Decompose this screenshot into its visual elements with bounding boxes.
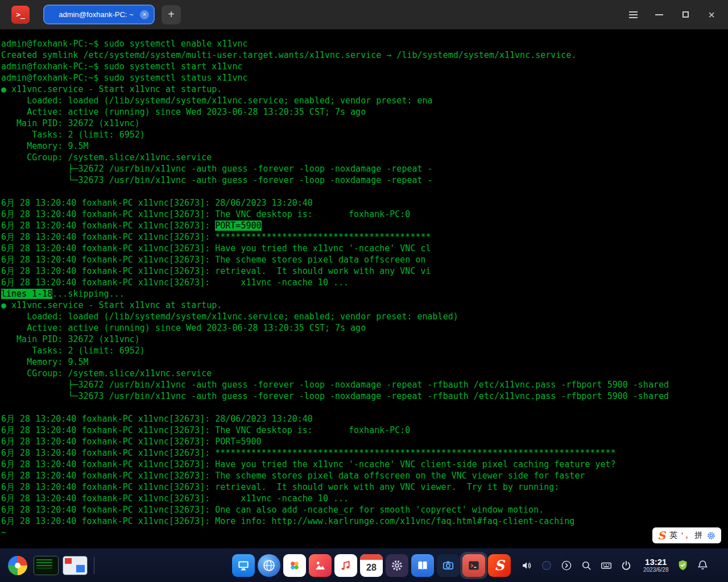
close-button[interactable]: ×: [700, 3, 723, 27]
tray-item-virtual-keyboard[interactable]: [599, 559, 613, 572]
terminal-line: ~: [1, 527, 728, 538]
window-preview-app[interactable]: [63, 556, 88, 575]
terminal-titlebar: >_ admin@foxhank-PC: ~ × + ×: [0, 0, 728, 30]
terminal-line: admin@foxhank-PC:~$ sudo systemctl enabl…: [1, 38, 728, 49]
taskbar-clock[interactable]: 13:21 2023/6/28: [643, 557, 669, 573]
ime-punctuation[interactable]: '，: [681, 530, 690, 541]
dock-item-manual[interactable]: [411, 554, 434, 577]
dock-item-photos[interactable]: [309, 554, 332, 577]
status-item-security-center[interactable]: [676, 558, 690, 573]
calendar-header: [360, 554, 383, 560]
terminal-line: 6月 28 13:20:40 foxhank-PC x11vnc[32673]:…: [1, 470, 728, 481]
terminal-line: Memory: 9.5M: [1, 140, 728, 152]
clock-time: 13:21: [643, 557, 669, 567]
ime-mode-pinyin[interactable]: 拼: [694, 530, 702, 541]
terminal-line: 6月 28 13:20:40 foxhank-PC x11vnc[32673]:…: [1, 209, 728, 220]
terminal-line: 6月 28 13:20:40 foxhank-PC x11vnc[32673]:…: [1, 413, 728, 425]
terminal-line: 6月 28 13:20:40 foxhank-PC x11vnc[32673]:…: [1, 459, 728, 470]
taskbar: 28S 13:21 2023/6/28: [0, 548, 728, 582]
tab-title: admin@foxhank-PC: ~: [57, 10, 135, 19]
sogou-logo-icon[interactable]: S: [657, 529, 665, 542]
ime-settings-gear-icon[interactable]: [706, 531, 716, 541]
terminal-line: ├─32672 /usr/bin/x11vnc -auth guess -for…: [1, 163, 728, 174]
dock-item-control-center[interactable]: [386, 554, 408, 577]
tab-close-icon[interactable]: ×: [140, 10, 149, 19]
music-icon: [338, 558, 353, 573]
status-item-notifications[interactable]: [696, 558, 710, 573]
desktop: >_ admin@foxhank-PC: ~ × + × admin@foxha…: [0, 0, 728, 582]
browser-icon: [262, 558, 276, 573]
terminal-line: ● x11vnc.service - Start x11vnc at start…: [1, 300, 728, 311]
dark-mode-icon: [540, 559, 553, 572]
terminal-tab[interactable]: admin@foxhank-PC: ~ ×: [43, 5, 155, 24]
new-tab-button[interactable]: +: [162, 5, 181, 24]
ime-mode-english[interactable]: 英: [669, 530, 677, 541]
volume-icon: [520, 559, 533, 572]
tray-item-shutdown[interactable]: [619, 559, 633, 572]
file-manager-icon: [236, 558, 251, 573]
taskbar-status: [676, 558, 710, 573]
taskbar-left: [0, 554, 97, 577]
highlighted-text: lines 1-18: [1, 289, 52, 299]
terminal-line: CGroup: /system.slice/x11vnc.service: [1, 152, 728, 163]
minimize-icon: [655, 14, 663, 15]
dock-item-browser[interactable]: [258, 554, 280, 577]
terminal-line: [1, 402, 728, 413]
notifications-icon: [696, 559, 709, 572]
calendar-day: 28: [366, 563, 377, 573]
launcher-button[interactable]: [6, 554, 30, 577]
dock-item-terminal[interactable]: [462, 554, 485, 577]
dock-item-music[interactable]: [334, 554, 357, 577]
photos-icon: [313, 558, 328, 573]
tray-item-volume[interactable]: [520, 559, 533, 572]
terminal-line: 6月 28 13:20:40 foxhank-PC x11vnc[32673]:…: [1, 265, 728, 277]
taskbar-dock: 28S: [232, 554, 511, 577]
terminal-line: Active: active (running) since Wed 2023-…: [1, 106, 728, 118]
terminal-line: Active: active (running) since Wed 2023-…: [1, 322, 728, 334]
terminal-line: 6月 28 13:20:40 foxhank-PC x11vnc[32673]:…: [1, 254, 728, 265]
tray-item-search[interactable]: [580, 559, 593, 572]
app-store-icon: [287, 558, 302, 573]
terminal-line: 6月 28 13:20:40 foxhank-PC x11vnc[32673]:…: [1, 436, 728, 447]
dock-item-sogou-input[interactable]: S: [488, 554, 511, 577]
manual-icon: [415, 558, 430, 573]
terminal-line: 6月 28 13:20:40 foxhank-PC x11vnc[32673]:…: [1, 231, 728, 243]
dock-item-file-manager[interactable]: [232, 554, 255, 577]
terminal-line: CGroup: /system.slice/x11vnc.service: [1, 368, 728, 379]
dock-item-screenshot-tool[interactable]: [437, 554, 460, 577]
tray-item-expand-tray[interactable]: [560, 559, 573, 572]
hamburger-icon: [629, 11, 638, 18]
input-method-bar[interactable]: S 英 '， 拼: [652, 527, 721, 543]
terminal-line: 6月 28 13:20:40 foxhank-PC x11vnc[32673]:…: [1, 504, 728, 516]
terminal-line: Tasks: 2 (limit: 6952): [1, 345, 728, 356]
terminal-icon: [466, 558, 481, 573]
terminal-line: ├─32672 /usr/bin/x11vnc -auth guess -for…: [1, 379, 728, 390]
dock-item-app-store[interactable]: [283, 554, 306, 577]
terminal-line: 6月 28 13:20:40 foxhank-PC x11vnc[32673]:…: [1, 197, 728, 209]
control-center-icon: [390, 558, 404, 573]
terminal-line: └─32673 /usr/bin/x11vnc -auth guess -for…: [1, 174, 728, 186]
terminal-app-icon: >_: [11, 6, 30, 24]
maximize-button[interactable]: [673, 3, 697, 27]
close-icon: ×: [708, 9, 715, 20]
shutdown-icon: [620, 559, 632, 572]
terminal-line: Main PID: 32672 (x11vnc): [1, 118, 728, 129]
terminal-line: 6月 28 13:20:40 foxhank-PC x11vnc[32673]:…: [1, 481, 728, 493]
tray-item-dark-mode[interactable]: [540, 559, 553, 572]
highlighted-text: PORT=5900: [215, 221, 261, 231]
dock-item-calendar[interactable]: 28: [360, 554, 383, 577]
terminal-line: Tasks: 2 (limit: 6952): [1, 129, 728, 140]
terminal-line: 6月 28 13:20:40 foxhank-PC x11vnc[32673]:…: [1, 493, 728, 504]
terminal-line: Created symlink /etc/systemd/system/mult…: [1, 49, 728, 61]
terminal-output[interactable]: admin@foxhank-PC:~$ sudo systemctl enabl…: [0, 30, 728, 548]
terminal-line: 6月 28 13:20:40 foxhank-PC x11vnc[32673]:…: [1, 425, 728, 436]
terminal-line: 6月 28 13:20:40 foxhank-PC x11vnc[32673]:…: [1, 516, 728, 527]
launcher-icon: [8, 556, 27, 575]
terminal-line: 6月 28 13:20:40 foxhank-PC x11vnc[32673]:…: [1, 243, 728, 254]
terminal-line: [1, 186, 728, 197]
menu-button[interactable]: [621, 3, 645, 27]
minimize-button[interactable]: [647, 3, 671, 27]
virtual-keyboard-icon: [600, 559, 613, 572]
window-preview-terminal[interactable]: [34, 556, 59, 575]
terminal-line: admin@foxhank-PC:~$ sudo systemctl statu…: [1, 72, 728, 84]
